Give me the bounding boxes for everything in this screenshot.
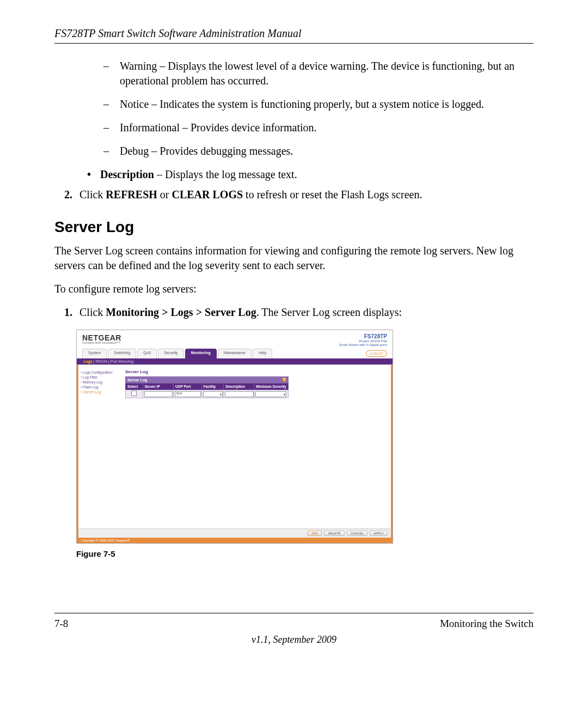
dash-text: Notice – Indicates the system is functio…	[120, 97, 484, 112]
screenshot-server-log: NETGEAR Connect with Innovation™ FS728TP…	[76, 330, 393, 544]
sidebar-item-flash-log[interactable]: › Flash Log	[81, 385, 120, 389]
apply-button[interactable]: APPLY	[370, 531, 388, 536]
server-ip-input[interactable]	[144, 391, 173, 397]
row-checkbox[interactable]	[131, 391, 137, 396]
facility-select[interactable]	[203, 391, 223, 397]
col-facility: Facility	[201, 384, 223, 390]
sub-tabs: Logs | RMON | Port Mirroring	[77, 358, 393, 364]
page-number: 7-8	[54, 618, 68, 630]
figure-caption: Figure 7-5	[76, 549, 534, 558]
panel-title: Server Log	[125, 369, 388, 374]
add-button[interactable]: ADD	[308, 531, 322, 536]
dash-icon: –	[103, 59, 120, 88]
subtab-port-mirroring[interactable]: Port Mirroring	[111, 360, 133, 363]
numbered-step: 2. Click REFRESH or CLEAR LOGS to refres…	[64, 187, 534, 202]
paragraph: To configure remote log servers:	[54, 282, 534, 296]
main-tabs: System Switching QoS Security Monitoring…	[77, 349, 393, 358]
min-severity-select[interactable]	[255, 391, 286, 397]
sidebar-item-server-log[interactable]: » Server Log	[81, 390, 120, 394]
dash-icon: –	[103, 120, 120, 135]
action-bar: ADD DELETE CANCEL APPLY	[77, 528, 393, 538]
server-log-table: Select Server IP UDP Port Facility Descr…	[125, 383, 289, 398]
version-line: v1.1, September 2009	[54, 634, 534, 646]
col-udp-port: UDP Port	[174, 384, 202, 390]
col-description: Description	[224, 384, 254, 390]
dash-list: –Warning – Displays the lowest level of …	[103, 59, 534, 159]
tab-monitoring[interactable]: Monitoring	[185, 349, 217, 358]
main-panel: Server Log Server Log ? Select Server IP…	[122, 365, 391, 528]
sidebar-item-logs-config[interactable]: › Logs Configuration	[81, 370, 120, 374]
logout-button[interactable]: LOGOUT	[366, 350, 387, 357]
figure: NETGEAR Connect with Innovation™ FS728TP…	[76, 330, 534, 558]
dash-icon: –	[103, 97, 120, 112]
dash-text: Debug – Provides debugging messages.	[120, 144, 293, 159]
tab-help[interactable]: Help	[253, 349, 272, 358]
col-min-severity: Minimum Severity	[254, 384, 289, 390]
running-header: FS728TP Smart Switch Software Administra…	[54, 27, 534, 44]
step-number: 1.	[64, 305, 79, 320]
delete-button[interactable]: DELETE	[324, 531, 344, 536]
brand-tagline: Connect with Innovation™	[82, 341, 121, 344]
tab-security[interactable]: Security	[158, 349, 183, 358]
dash-icon: –	[103, 144, 120, 159]
tab-maintenance[interactable]: Maintenance	[218, 349, 252, 358]
bullet-list: • Description – Displays the log message…	[87, 167, 534, 182]
bullet-text: Description – Displays the log message t…	[100, 167, 297, 182]
page-footer: 7-8 Monitoring the Switch	[54, 613, 534, 630]
panel-header-bar: Server Log ?	[125, 376, 289, 383]
step-number: 2.	[64, 187, 79, 202]
sidebar-item-log-filter[interactable]: › Log Filter	[81, 375, 120, 379]
step-text: Click REFRESH or CLEAR LOGS to refresh o…	[79, 187, 422, 202]
udp-port-input[interactable]: 514	[175, 391, 201, 397]
sidebar-nav: › Logs Configuration › Log Filter › Memo…	[78, 365, 122, 528]
help-icon[interactable]: ?	[282, 378, 286, 382]
chapter-title: Monitoring the Switch	[440, 618, 534, 630]
section-heading: Server Log	[54, 218, 534, 236]
step-text: Click Monitoring > Logs > Server Log. Th…	[79, 305, 402, 320]
bullet-icon: •	[87, 167, 100, 182]
tab-qos[interactable]: QoS	[137, 349, 157, 358]
subtab-logs[interactable]: Logs	[83, 360, 93, 363]
tab-system[interactable]: System	[82, 349, 107, 358]
numbered-step: 1. Click Monitoring > Logs > Server Log.…	[64, 305, 534, 320]
sidebar-item-memory-log[interactable]: › Memory Log	[81, 380, 120, 384]
description-input[interactable]	[225, 391, 253, 397]
col-select: Select	[126, 384, 143, 390]
dash-text: Warning – Displays the lowest level of a…	[120, 59, 534, 88]
model-info: FS728TP 24-port 10/100 PoE Smart Switch …	[339, 333, 387, 346]
col-server-ip: Server IP	[143, 384, 173, 390]
cancel-button[interactable]: CANCEL	[347, 531, 367, 536]
table-row: 514	[126, 390, 289, 398]
tab-switching[interactable]: Switching	[108, 349, 136, 358]
paragraph: The Server Log screen contains informati…	[54, 244, 534, 273]
screenshot-footer: Copyright © 1996-2007 Netgear®	[77, 538, 393, 543]
dash-text: Informational – Provides device informat…	[120, 120, 317, 135]
subtab-rmon[interactable]: RMON	[96, 360, 107, 363]
